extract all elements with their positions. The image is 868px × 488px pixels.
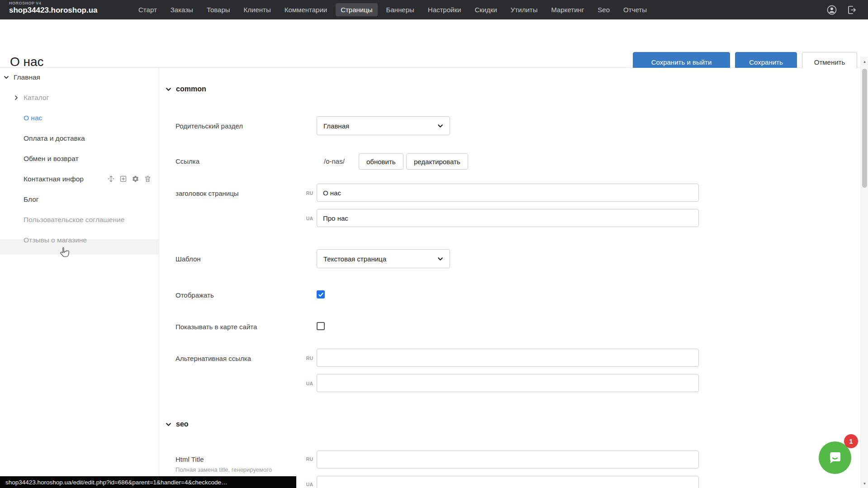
chat-unread-badge: 1 bbox=[844, 434, 858, 448]
nav-utilities[interactable]: Утилиты bbox=[506, 3, 543, 16]
page-edit-form: common Родительский раздел Главная Ссылк… bbox=[159, 68, 860, 488]
brand: HOROSHOP V4 shop34423.horoshop.ua bbox=[9, 1, 98, 14]
link-edit-button[interactable]: редактировать bbox=[406, 153, 468, 170]
hand-cursor-icon bbox=[58, 246, 71, 261]
sidebar-item-polzovatelskoe[interactable]: Пользовательское соглашение bbox=[24, 213, 124, 227]
lang-badge-ru: RU bbox=[301, 355, 313, 361]
section-common[interactable]: common bbox=[166, 85, 206, 93]
html-title-ru-input[interactable] bbox=[317, 450, 699, 469]
delete-trash-icon[interactable] bbox=[144, 175, 152, 183]
nav-marketing[interactable]: Маркетинг bbox=[546, 3, 589, 16]
lang-badge-ru: RU bbox=[301, 190, 313, 196]
scroll-down-arrow-icon[interactable]: ▼ bbox=[861, 480, 868, 487]
nav-clients[interactable]: Клиенты bbox=[239, 3, 276, 16]
drag-move-icon[interactable] bbox=[107, 175, 115, 183]
sitemap-checkbox[interactable] bbox=[317, 322, 325, 330]
sidebar-item-label: Оплата и доставка bbox=[24, 134, 85, 142]
lang-badge-ua: UA bbox=[301, 482, 313, 487]
nav-discounts[interactable]: Скидки bbox=[470, 3, 502, 16]
sidebar-item-label: Блог bbox=[24, 195, 39, 204]
top-navigation: Старт Заказы Товары Клиенты Комментарии … bbox=[133, 0, 652, 19]
chevron-right-icon[interactable] bbox=[14, 95, 19, 100]
sidebar-item-glavnaya[interactable]: Главная bbox=[4, 71, 40, 84]
chevron-down-icon bbox=[166, 86, 171, 92]
chevron-down-icon bbox=[166, 422, 171, 427]
settings-gear-icon[interactable] bbox=[132, 175, 139, 183]
section-title: seo bbox=[176, 420, 189, 428]
nav-products[interactable]: Товары bbox=[202, 3, 235, 16]
chevron-down-icon[interactable] bbox=[4, 75, 9, 80]
parent-section-label: Родительский раздел bbox=[175, 122, 243, 130]
scrollbar-thumb[interactable] bbox=[862, 69, 867, 188]
sitemap-label: Показывать в карте сайта bbox=[175, 323, 257, 331]
add-page-icon[interactable] bbox=[119, 175, 127, 183]
sidebar-item-obmen[interactable]: Обмен и возврат bbox=[24, 152, 79, 166]
chevron-down-icon bbox=[437, 123, 443, 129]
vertical-scrollbar[interactable]: ▲ ▼ bbox=[860, 57, 868, 488]
selected-value: Текстовая страница bbox=[323, 255, 386, 263]
nav-reports[interactable]: Отчеты bbox=[618, 3, 652, 16]
sidebar-item-label: Отзывы о магазине bbox=[24, 236, 87, 244]
link-label: Ссылка bbox=[175, 157, 199, 165]
alt-link-ru-input[interactable] bbox=[317, 349, 699, 367]
display-checkbox[interactable] bbox=[317, 290, 325, 298]
lang-badge-ua: UA bbox=[301, 216, 313, 221]
page-title-ru-input[interactable] bbox=[317, 184, 699, 202]
nav-banners[interactable]: Баннеры bbox=[381, 3, 419, 16]
sidebar-item-label: Контактная инфор bbox=[24, 175, 84, 183]
parent-section-select[interactable]: Главная bbox=[317, 116, 450, 135]
page-header: О нас Сохранить и выйти Сохранить Отмени… bbox=[0, 19, 868, 68]
nav-start[interactable]: Старт bbox=[133, 3, 162, 16]
sidebar-item-label: Каталог bbox=[24, 94, 49, 102]
app-window: HOROSHOP V4 shop34423.horoshop.ua Старт … bbox=[0, 0, 868, 488]
html-title-hint: Полная замена title, генерируемого bbox=[175, 466, 272, 473]
logout-icon[interactable] bbox=[846, 5, 857, 15]
nav-comments[interactable]: Комментарии bbox=[280, 3, 332, 16]
nav-pages[interactable]: Страницы bbox=[336, 3, 377, 16]
user-account-icon[interactable] bbox=[826, 5, 837, 15]
sidebar-item-label: Пользовательское соглашение bbox=[24, 216, 124, 224]
sidebar-item-kontaktnaya[interactable]: Контактная инфор bbox=[24, 172, 84, 186]
sidebar-item-katalog[interactable]: Каталог bbox=[14, 91, 49, 104]
brand-domain: shop34423.horoshop.ua bbox=[9, 6, 98, 14]
chevron-down-icon bbox=[437, 256, 443, 262]
display-label: Отображать bbox=[175, 291, 214, 299]
nav-settings[interactable]: Настройки bbox=[423, 3, 466, 16]
status-url-bar: shop34423.horoshop.ua/edit/edit.php?id=6… bbox=[0, 476, 296, 488]
sidebar-item-label: Главная bbox=[14, 73, 40, 81]
pages-tree-sidebar: Главная Каталог О нас Оплата и доставка … bbox=[0, 68, 159, 488]
alt-link-label: Альтернативная ссылка bbox=[175, 355, 251, 362]
selected-value: Главная bbox=[323, 122, 349, 130]
scroll-up-arrow-icon[interactable]: ▲ bbox=[861, 58, 868, 65]
html-title-label: Html Title bbox=[175, 455, 204, 463]
sidebar-item-blog[interactable]: Блог bbox=[24, 193, 39, 206]
section-title: common bbox=[176, 85, 206, 93]
lang-badge-ua: UA bbox=[301, 381, 313, 386]
sidebar-item-label: О нас bbox=[24, 114, 42, 122]
alt-link-ua-input[interactable] bbox=[317, 374, 699, 392]
topbar-actions bbox=[826, 0, 868, 19]
template-select[interactable]: Текстовая страница bbox=[317, 249, 450, 268]
chat-bubble-icon bbox=[826, 449, 844, 467]
lang-badge-ru: RU bbox=[301, 456, 313, 462]
nav-orders[interactable]: Заказы bbox=[166, 3, 198, 16]
status-url-text: shop34423.horoshop.ua/edit/edit.php?id=6… bbox=[5, 479, 228, 486]
nav-seo[interactable]: Seo bbox=[593, 3, 615, 16]
tree-row-actions bbox=[107, 175, 152, 183]
sidebar-item-label: Обмен и возврат bbox=[24, 155, 79, 163]
sidebar-item-o-nas[interactable]: О нас bbox=[24, 111, 42, 125]
page-title-ua-input[interactable] bbox=[317, 209, 699, 227]
link-update-button[interactable]: обновить bbox=[359, 153, 403, 170]
page-title: О нас bbox=[10, 55, 44, 69]
check-icon bbox=[318, 292, 324, 298]
brand-version: HOROSHOP V4 bbox=[9, 1, 98, 5]
section-seo[interactable]: seo bbox=[166, 420, 189, 428]
sidebar-item-oplata[interactable]: Оплата и доставка bbox=[24, 132, 85, 145]
html-title-ua-input[interactable] bbox=[317, 476, 699, 488]
page-title-label: заголовок страницы bbox=[175, 190, 239, 197]
template-label: Шаблон bbox=[175, 255, 201, 263]
topbar: HOROSHOP V4 shop34423.horoshop.ua Старт … bbox=[0, 0, 868, 19]
link-value: /o-nas/ bbox=[324, 157, 345, 165]
sidebar-item-otzyvy[interactable]: Отзывы о магазине bbox=[24, 233, 87, 247]
